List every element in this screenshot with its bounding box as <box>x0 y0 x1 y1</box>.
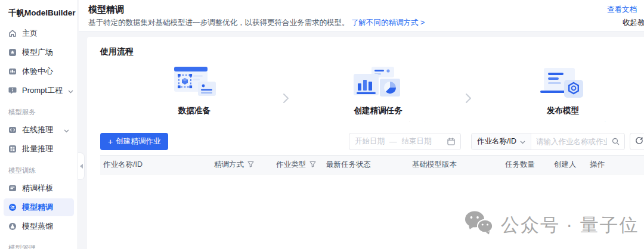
create-finetune-job-label: 创建精调作业 <box>116 136 160 147</box>
model-plaza-icon <box>8 48 17 57</box>
flow-step-title: 发布模型 <box>473 105 644 116</box>
collapse-tutorial-button[interactable]: 收起教程 <box>623 18 644 28</box>
model-finetune-icon <box>8 203 17 211</box>
sidebar-section-model-services: 模型服务 <box>0 101 78 120</box>
header-links: 查看文档 提交工单 <box>607 5 644 15</box>
publish-model-illustration <box>473 63 644 100</box>
model-distill-icon <box>8 222 17 231</box>
main-area: 模型精调 基于特定的数据集对基础模型进一步调整优化，以获得更符合业务需求的模型。… <box>79 0 644 249</box>
end-date-field[interactable]: 结束日期 <box>402 136 432 147</box>
sidebar-item-label: 模型广场 <box>22 47 53 58</box>
column-header-task-count: 任务数量 <box>502 160 551 170</box>
column-label: 创建人 <box>554 160 577 170</box>
column-header-job-type[interactable]: 作业类型 <box>273 160 323 170</box>
prompt-engineering-icon <box>8 86 17 95</box>
page-subtitle-text: 基于特定的数据集对基础模型进一步调整优化，以获得更符合业务需求的模型。 <box>88 18 349 27</box>
filter-icon[interactable] <box>247 161 254 169</box>
calendar-icon <box>447 138 455 145</box>
finetune-jobs-card: + 创建精调作业 开始日期 — 结束日期 作业名称/ID <box>87 122 644 249</box>
chevron-down-icon <box>520 138 525 146</box>
sidebar-item-label: 主页 <box>22 28 38 39</box>
sidebar-section-model-management: 模型管理 <box>0 236 78 249</box>
refresh-icon <box>635 136 643 147</box>
search-icon[interactable] <box>612 138 620 145</box>
page-subtitle: 基于特定的数据集对基础模型进一步调整优化，以获得更符合业务需求的模型。 了解不同… <box>88 18 425 28</box>
jobs-table-header: 作业名称/ID 精调方式 作业类型 最新任务状态 <box>100 155 644 175</box>
search-field-select[interactable]: 作业名称/ID <box>472 133 531 150</box>
plus-icon: + <box>108 138 113 146</box>
column-label: 任务数量 <box>505 160 535 170</box>
sidebar-item-finetune-sample[interactable]: 精调样板 <box>4 179 74 197</box>
column-header-base-model-version: 基础模型版本 <box>409 160 502 170</box>
job-search-group: 作业名称/ID <box>471 133 625 150</box>
page-title: 模型精调 <box>88 4 124 15</box>
column-header-latest-task-status: 最新任务状态 <box>323 160 409 170</box>
home-icon <box>8 29 17 38</box>
column-label: 基础模型版本 <box>412 160 457 170</box>
flow-step-title: 创建精调任务 <box>295 105 462 116</box>
create-finetune-job-button[interactable]: + 创建精调作业 <box>100 133 168 150</box>
column-label: 操作 <box>590 160 605 170</box>
flow-arrow-icon <box>283 93 289 105</box>
learn-finetune-methods-link[interactable]: 了解不同的精调方式 > <box>351 18 425 27</box>
chevron-down-icon <box>68 86 73 95</box>
date-separator: — <box>389 138 397 146</box>
sidebar-item-label: Prompt工程 <box>22 85 63 96</box>
column-label: 作业类型 <box>276 160 306 170</box>
flow-arrow-icon <box>465 93 472 105</box>
sidebar-item-batch-inference[interactable]: 批量推理 <box>4 140 74 158</box>
sidebar-item-label: 模型蒸馏 <box>22 221 53 232</box>
sidebar-item-label: 体验中心 <box>22 66 53 77</box>
sidebar: 千帆ModelBuilder 主页 模型广场 体验中心 Prompt工程 <box>0 0 78 249</box>
view-docs-link[interactable]: 查看文档 <box>607 5 637 15</box>
search-field-select-value: 作业名称/ID <box>477 136 516 147</box>
page-header: 模型精调 基于特定的数据集对基础模型进一步调整优化，以获得更符合业务需求的模型。… <box>79 0 644 32</box>
sidebar-item-label: 在线推理 <box>22 125 53 135</box>
sidebar-item-model-finetune[interactable]: 模型精调 <box>4 198 74 216</box>
sidebar-item-prompt-engineering[interactable]: Prompt工程 <box>4 82 74 99</box>
date-range-picker[interactable]: 开始日期 — 结束日期 <box>349 133 461 150</box>
column-header-job-name-id[interactable]: 作业名称/ID <box>100 160 211 170</box>
usage-flow-title: 使用流程 <box>100 46 134 57</box>
sidebar-item-model-distill[interactable]: 模型蒸馏 <box>4 217 74 235</box>
flow-step-title: 数据准备 <box>111 105 278 116</box>
filter-icon[interactable] <box>309 161 316 169</box>
chevron-down-icon <box>64 126 69 135</box>
sidebar-item-experience-center[interactable]: 体验中心 <box>4 63 74 80</box>
create-task-illustration <box>295 63 462 100</box>
qianfan-modelbuilder-app: 千帆ModelBuilder 主页 模型广场 体验中心 Prompt工程 <box>0 0 644 249</box>
column-label: 最新任务状态 <box>326 160 371 170</box>
sidebar-item-label: 精调样板 <box>22 183 53 194</box>
column-header-creator: 创建人 <box>551 160 587 170</box>
sidebar-item-label: 模型精调 <box>22 202 53 213</box>
flow-step-data-preparation: 数据准备 准备数据或者使用公开数据 <box>111 63 278 131</box>
sidebar-item-online-inference[interactable]: 在线推理 <box>4 121 74 139</box>
sidebar-item-home[interactable]: 主页 <box>4 24 74 42</box>
sidebar-item-label: 批量推理 <box>22 144 53 154</box>
sidebar-section-model-training: 模型训练 <box>0 159 78 178</box>
column-label: 作业名称/ID <box>103 160 143 170</box>
sidebar-item-model-plaza[interactable]: 模型广场 <box>4 43 74 61</box>
online-inference-icon <box>8 126 17 134</box>
sidebar-collapse-handle[interactable] <box>78 152 85 180</box>
column-header-finetune-method[interactable]: 精调方式 <box>211 160 273 170</box>
refresh-button[interactable] <box>630 133 644 150</box>
column-label: 精调方式 <box>214 160 244 170</box>
finetune-sample-icon <box>8 184 17 192</box>
job-search-input[interactable] <box>531 133 612 150</box>
collapse-arrow-icon <box>80 164 83 169</box>
start-date-field[interactable]: 开始日期 <box>355 136 385 147</box>
batch-inference-icon <box>8 145 17 153</box>
column-header-actions: 操作 <box>587 160 644 170</box>
data-preparation-illustration <box>111 63 278 100</box>
app-logo: 千帆ModelBuilder <box>0 0 78 23</box>
experience-center-icon <box>8 67 17 76</box>
flow-step-create-finetune-task: 创建精调任务 选择基础模型，结合不同的训练方式定制模型 <box>295 63 462 131</box>
